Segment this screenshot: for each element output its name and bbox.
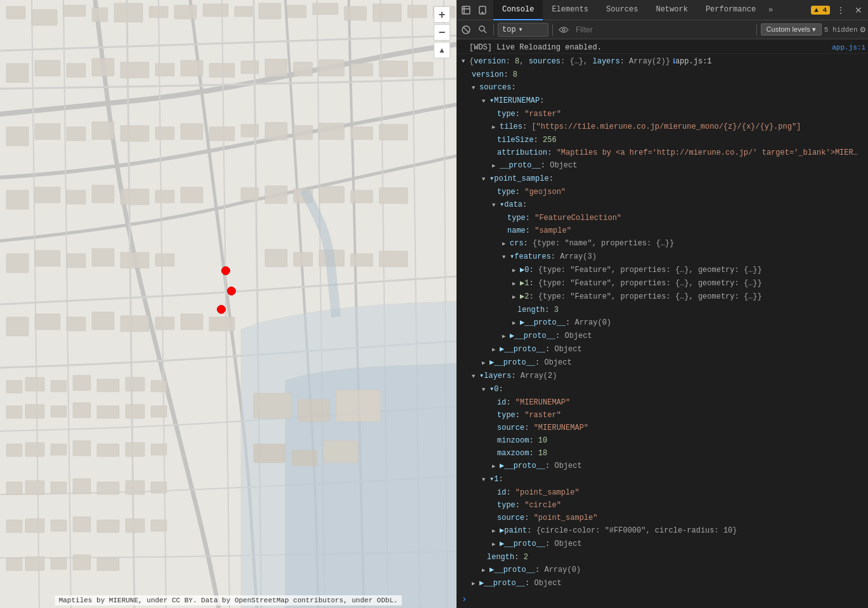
crs-arrow[interactable]: [502, 238, 508, 250]
tree-line: length: 2: [457, 551, 868, 564]
svg-rect-15: [408, 5, 427, 18]
tab-sources[interactable]: Sources: [597, 0, 647, 20]
feat2-arrow[interactable]: [512, 291, 519, 303]
svg-rect-124: [462, 6, 470, 14]
svg-rect-50: [120, 189, 149, 205]
tree-line: length: 3: [457, 304, 868, 316]
console-output[interactable]: [WDS] Live Reloading enabled. app.js:1 {…: [457, 39, 868, 608]
svg-rect-2: [32, 10, 57, 25]
wds-file-link[interactable]: app.js:1: [827, 42, 865, 53]
data-arrow[interactable]: [492, 199, 498, 211]
layer0-arrow[interactable]: [482, 384, 488, 396]
svg-rect-118: [151, 520, 167, 531]
tree-line: type: "geojson": [457, 186, 868, 198]
root-proto-arrow[interactable]: [472, 578, 478, 590]
ps-proto-arrow[interactable]: [492, 344, 498, 356]
obj-file-link[interactable]: app.js:1: [675, 56, 712, 67]
svg-line-130: [463, 27, 469, 32]
svg-rect-9: [235, 6, 252, 16]
svg-rect-24: [209, 63, 235, 77]
tree-line: ▾features: Array(3): [457, 250, 868, 264]
tiles-arrow[interactable]: [492, 121, 498, 133]
feat-proto-arrow[interactable]: [512, 317, 519, 329]
inspect-element-button[interactable]: [459, 3, 473, 17]
svg-rect-37: [155, 127, 174, 139]
data-proto-arrow[interactable]: [502, 330, 508, 342]
svg-rect-40: [241, 124, 259, 137]
filter-input[interactable]: [573, 25, 753, 34]
svg-rect-21: [120, 62, 149, 78]
feat1-arrow[interactable]: [512, 278, 519, 290]
svg-rect-8: [203, 4, 228, 16]
tree-line: ▾layers: Array(2): [457, 370, 868, 383]
svg-rect-100: [51, 444, 67, 455]
context-selector[interactable]: top ▾: [498, 23, 548, 37]
sources-arrow[interactable]: [472, 82, 478, 94]
svg-rect-6: [149, 6, 168, 18]
src-proto-arrow[interactable]: [482, 357, 488, 369]
svg-rect-51: [155, 190, 174, 203]
tab-console[interactable]: Console: [493, 0, 543, 20]
svg-rect-29: [351, 63, 373, 76]
devtools-tab-bar: Console Elements Sources Network Perform…: [457, 0, 868, 20]
svg-rect-111: [151, 482, 167, 493]
svg-rect-99: [25, 443, 44, 456]
svg-rect-105: [6, 482, 22, 495]
svg-rect-5: [114, 3, 143, 22]
layers-arrow[interactable]: [472, 370, 478, 382]
svg-rect-3: [63, 5, 86, 16]
layer1-arrow[interactable]: [482, 474, 488, 486]
svg-rect-33: [35, 124, 60, 139]
zoom-in-button[interactable]: +: [434, 6, 450, 23]
devtools-menu-button[interactable]: ⋮: [834, 3, 848, 17]
mierunemap-arrow[interactable]: [482, 95, 488, 107]
zoom-out-button[interactable]: −: [434, 24, 450, 41]
eye-button[interactable]: [557, 23, 571, 37]
svg-rect-82: [292, 450, 317, 466]
svg-rect-102: [97, 444, 119, 456]
svg-rect-117: [126, 519, 145, 533]
tree-line: ▶__proto__: Object: [457, 538, 868, 551]
compass-button[interactable]: ▲: [434, 42, 450, 58]
mobile-toggle-button[interactable]: [476, 3, 489, 17]
svg-rect-32: [6, 127, 29, 146]
proto-arrow[interactable]: [492, 160, 498, 172]
paint-arrow[interactable]: [492, 525, 498, 537]
svg-rect-81: [254, 444, 285, 463]
feat0-arrow[interactable]: [512, 264, 519, 276]
filter-icon-button[interactable]: [476, 23, 489, 37]
tree-line: type: "FeatureCollection": [457, 212, 868, 224]
obj-expand-arrow[interactable]: [462, 55, 468, 67]
features-arrow[interactable]: [502, 251, 508, 263]
tab-performance[interactable]: Performance: [697, 0, 765, 20]
tree-line: type: "raster": [457, 409, 868, 422]
svg-rect-42: [294, 126, 313, 139]
l0-proto-arrow[interactable]: [492, 460, 498, 472]
toolbar-separator-3: [756, 24, 757, 36]
console-prompt-line: ›: [457, 593, 868, 605]
svg-rect-94: [73, 403, 91, 418]
devtools-close-button[interactable]: ✕: [852, 3, 865, 17]
clear-console-button[interactable]: [459, 23, 473, 37]
l1-proto-arrow[interactable]: [492, 538, 498, 550]
svg-rect-109: [97, 482, 119, 495]
pointsample-arrow[interactable]: [482, 173, 488, 185]
tab-elements[interactable]: Elements: [543, 0, 597, 20]
svg-rect-41: [265, 122, 287, 140]
context-value: top: [502, 25, 516, 34]
tree-line: ▶__proto__: Object: [457, 343, 868, 356]
svg-rect-73: [92, 312, 114, 330]
svg-rect-38: [181, 124, 203, 139]
custom-levels-button[interactable]: Custom levels ▾: [761, 23, 822, 36]
svg-rect-91: [6, 406, 22, 418]
tab-network[interactable]: Network: [647, 0, 696, 20]
svg-rect-7: [174, 5, 197, 19]
svg-rect-52: [181, 187, 203, 203]
svg-line-132: [484, 30, 486, 33]
svg-rect-13: [344, 6, 366, 20]
tab-more-button[interactable]: »: [765, 6, 777, 15]
layers-proto-arrow[interactable]: [482, 564, 488, 576]
svg-rect-72: [67, 317, 86, 331]
svg-rect-86: [51, 380, 67, 392]
settings-gear-icon[interactable]: ⚙: [860, 24, 865, 35]
